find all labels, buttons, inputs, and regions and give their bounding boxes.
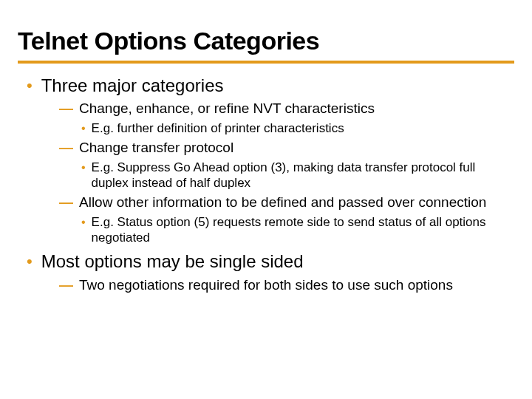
bullet-icon: • xyxy=(81,120,86,136)
list-item: — Allow other information to be defined … xyxy=(59,194,514,211)
list-item: — Two negotiations required for both sid… xyxy=(59,276,514,294)
slide-title: Telnet Options Categories xyxy=(18,28,514,64)
item-text: Change, enhance, or refine NVT character… xyxy=(79,100,375,117)
bullet-icon: • xyxy=(81,160,86,175)
item-text: E.g. further definition of printer chara… xyxy=(92,120,344,136)
dash-icon: — xyxy=(59,100,73,117)
outline-root: • Three major categories — Change, enhan… xyxy=(18,74,514,294)
list-item: — Change transfer protocol xyxy=(59,139,514,157)
item-text: E.g. Suppress Go Ahead option (3), makin… xyxy=(92,160,514,191)
item-text: Allow other information to be defined an… xyxy=(79,194,486,211)
bullet-icon: • xyxy=(27,74,33,97)
list-item: • E.g. Status option (5) requests remote… xyxy=(81,214,514,246)
item-text: E.g. Status option (5) requests remote s… xyxy=(92,214,514,246)
item-text: Most options may be single sided xyxy=(41,250,304,273)
item-text: Change transfer protocol xyxy=(79,139,233,157)
list-item: • Most options may be single sided xyxy=(18,250,514,273)
bullet-icon: • xyxy=(27,250,33,273)
list-item: • Three major categories xyxy=(18,74,514,97)
list-item: — Change, enhance, or refine NVT charact… xyxy=(59,100,514,117)
bullet-icon: • xyxy=(81,214,86,230)
item-text: Two negotiations required for both sides… xyxy=(79,276,453,294)
list-item: • E.g. further definition of printer cha… xyxy=(81,120,514,136)
list-item: • E.g. Suppress Go Ahead option (3), mak… xyxy=(81,160,514,191)
dash-icon: — xyxy=(59,139,73,157)
dash-icon: — xyxy=(59,194,73,211)
dash-icon: — xyxy=(59,276,73,294)
item-text: Three major categories xyxy=(41,74,224,97)
